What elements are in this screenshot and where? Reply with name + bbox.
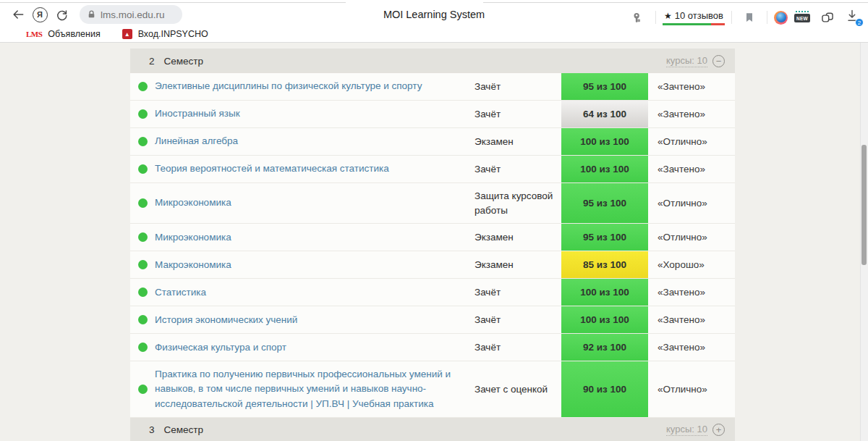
score-value: 95 из 100 — [583, 81, 626, 92]
course-link[interactable]: Теория вероятностей и математическая ста… — [155, 163, 389, 174]
score-badge: 95 из 100 — [561, 73, 648, 100]
score-badge: 100 из 100 — [561, 279, 648, 306]
status-dot-cell — [130, 164, 155, 174]
status-dot-cell — [130, 198, 155, 208]
bookmarks-bar: LMS Объявления ▲ Вход.INPSYCHO — [0, 26, 868, 43]
green-status-dot-icon — [138, 287, 148, 297]
course-link[interactable]: Макроэкономика — [155, 259, 231, 270]
table-row: Элективные дисциплины по физической куль… — [130, 73, 735, 101]
table-row: Статистика Зачёт 100 из 100 «Зачтено» — [130, 279, 735, 306]
course-link[interactable]: Линейная алгебра — [155, 135, 238, 146]
collapse-section-button[interactable]: − — [712, 55, 725, 67]
scrollbar-thumb[interactable] — [861, 145, 867, 265]
status-dot-cell — [130, 287, 155, 297]
extension-cards-button[interactable] — [817, 7, 838, 28]
status-dot-cell — [130, 232, 155, 242]
assessment-type: Зачёт — [475, 335, 561, 361]
green-status-dot-icon — [138, 137, 148, 146]
green-status-dot-icon — [138, 232, 148, 242]
assessment-type: Экзамен — [475, 252, 561, 278]
grade-text: «Отлично» — [648, 232, 735, 243]
score-value: 100 из 100 — [580, 136, 629, 147]
course-cell: Статистика — [155, 280, 475, 306]
extension-new-icon[interactable]: NEW — [794, 11, 810, 24]
score-value: 100 из 100 — [580, 314, 629, 325]
score-badge: 64 из 100 — [561, 101, 648, 127]
course-link[interactable]: Иностранный язык — [155, 108, 240, 119]
course-link[interactable]: Практика по получению первичных професси… — [155, 369, 451, 409]
course-cell: Микроэкономика — [155, 190, 475, 216]
assessment-type: Защита курсовой работы — [475, 183, 561, 223]
semester-2-header: 2 Семестр курсы: 10 − — [130, 49, 735, 73]
score-value: 95 из 100 — [583, 232, 626, 243]
page-content: 2 Семестр курсы: 10 − Элективные дисципл… — [0, 43, 868, 441]
extension-sphere-inner — [776, 12, 786, 22]
table-row: Иностранный язык Зачёт 64 из 100 «Зачтен… — [130, 101, 735, 128]
course-cell: Элективные дисциплины по физической куль… — [155, 73, 475, 99]
assessment-type: Зачёт — [475, 156, 561, 182]
score-badge: 92 из 100 — [561, 334, 648, 361]
course-link[interactable]: Микроэкономика — [155, 197, 231, 208]
course-cell: Микроэкономика — [155, 224, 475, 251]
courses-count-link[interactable]: курсы: 10 — [666, 424, 707, 436]
grade-text: «Зачтено» — [648, 342, 735, 353]
lock-icon — [87, 9, 96, 20]
course-link[interactable]: Физическая культура и спорт — [155, 342, 286, 353]
password-manager-button[interactable] — [627, 7, 649, 28]
score-badge: 100 из 100 — [561, 306, 648, 333]
score-badge: 95 из 100 — [561, 183, 648, 223]
rating-bar-negative — [711, 23, 725, 25]
table-row: Практика по получению первичных професси… — [130, 361, 735, 418]
assessment-type: Зачет с оценкой — [475, 377, 561, 403]
course-link[interactable]: Статистика — [155, 287, 206, 298]
green-status-dot-icon — [138, 260, 148, 269]
refresh-button[interactable] — [51, 4, 72, 25]
bookmark-button[interactable] — [739, 7, 760, 28]
course-link[interactable]: Микроэкономика — [155, 232, 231, 243]
table-row: Физическая культура и спорт Зачёт 92 из … — [130, 334, 735, 361]
status-dot-cell — [130, 109, 155, 119]
bookmark-item-announcements[interactable]: LMS Объявления — [26, 29, 101, 39]
downloads-button[interactable]: 2 — [845, 8, 862, 27]
assessment-type: Зачёт — [475, 307, 561, 333]
semester-number: 3 — [149, 424, 155, 435]
table-row: История экономических учений Зачёт 100 и… — [130, 306, 735, 334]
table-row: Линейная алгебра Экзамен 100 из 100 «Отл… — [130, 128, 735, 156]
score-badge: 90 из 100 — [561, 361, 648, 417]
semester-3-header: 3 Семестр курсы: 10 + — [130, 418, 735, 441]
score-badge: 95 из 100 — [561, 224, 648, 251]
course-link[interactable]: История экономических учений — [155, 314, 297, 325]
assessment-type: Зачёт — [475, 280, 561, 306]
table-row: Макроэкономика Экзамен 85 из 100 «Хорошо… — [130, 251, 735, 279]
grade-text: «Зачтено» — [648, 81, 735, 92]
course-cell: История экономических учений — [155, 307, 475, 333]
assessment-type: Экзамен — [475, 224, 561, 251]
score-value: 95 из 100 — [583, 198, 626, 209]
green-status-dot-icon — [138, 198, 148, 208]
course-cell: Практика по получению первичных професси… — [155, 361, 475, 417]
bookmark-item-inpsycho[interactable]: ▲ Вход.INPSYCHO — [122, 29, 208, 39]
star-icon: ★ — [664, 11, 672, 21]
courses-count-link[interactable]: курсы: 10 — [666, 55, 707, 67]
back-button[interactable] — [7, 4, 29, 25]
rating-bar-positive — [663, 23, 711, 25]
rating-bar — [663, 23, 725, 25]
assessment-type: Экзамен — [475, 129, 561, 155]
course-cell: Физическая культура и спорт — [155, 335, 475, 361]
address-bar[interactable]: lms.moi.edu.ru — [80, 5, 182, 24]
site-reviews[interactable]: ★10 отзывов — [663, 10, 725, 25]
table-row: Теория вероятностей и математическая ста… — [130, 156, 735, 183]
gradebook-table: 2 Семестр курсы: 10 − Элективные дисципл… — [130, 49, 735, 441]
green-status-dot-icon — [138, 109, 148, 119]
bookmark-flag-icon — [744, 12, 755, 23]
page-title: MOI Learning System — [383, 9, 485, 20]
back-arrow-icon — [11, 7, 25, 22]
yandex-home-button[interactable]: Я — [29, 4, 51, 25]
course-link[interactable]: Элективные дисциплины по физической куль… — [155, 80, 422, 91]
expand-section-button[interactable]: + — [712, 424, 725, 436]
course-cell: Макроэкономика — [155, 252, 475, 278]
browser-chrome: Я lms.moi.edu.ru MOI Learning System ★10… — [0, 0, 868, 26]
green-status-dot-icon — [138, 82, 148, 91]
course-cell: Иностранный язык — [155, 101, 475, 127]
extension-sphere-icon[interactable] — [774, 11, 788, 25]
